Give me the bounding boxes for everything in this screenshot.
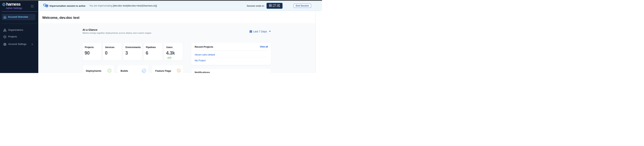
svg-text:00:27:01: 00:27:01 bbox=[269, 4, 280, 8]
